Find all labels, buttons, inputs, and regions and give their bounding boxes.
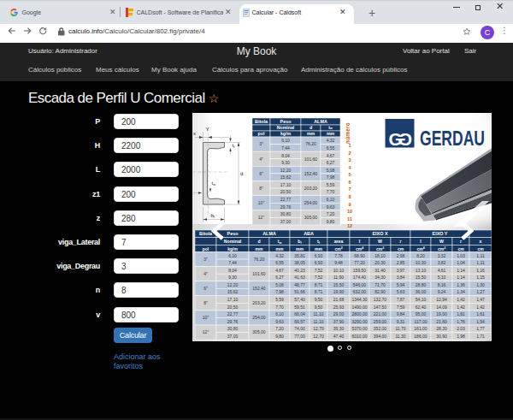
svg-text:147,50: 147,50 (374, 305, 387, 310)
svg-text:352,00: 352,00 (374, 326, 387, 331)
svg-text:57,40: 57,40 (294, 297, 305, 302)
svg-text:mm: mm (315, 246, 322, 251)
svg-text:54,10: 54,10 (416, 297, 427, 302)
svg-text:10,10: 10,10 (333, 268, 345, 273)
svg-text:5,63: 5,63 (397, 289, 405, 294)
svg-text:8,71: 8,71 (315, 289, 323, 294)
svg-text:15,62: 15,62 (227, 289, 239, 294)
svg-text:37,90: 37,90 (333, 319, 345, 324)
svg-text:1,54: 1,54 (476, 319, 485, 324)
svg-text:9,63: 9,63 (327, 204, 335, 210)
svg-text:10: 10 (347, 209, 352, 214)
svg-text:254,00: 254,00 (252, 315, 266, 320)
svg-text:174,40: 174,40 (353, 275, 367, 280)
svg-text:1,11: 1,11 (476, 260, 485, 265)
svg-text:11,90: 11,90 (333, 275, 344, 280)
svg-text:5,08: 5,08 (275, 282, 284, 287)
svg-text:9: 9 (348, 202, 351, 207)
svg-text:8: 8 (348, 194, 351, 199)
svg-text:cm: cm (457, 246, 464, 251)
svg-text:36,00: 36,00 (416, 289, 427, 294)
svg-text:9,80: 9,80 (275, 334, 284, 339)
svg-text:19,90: 19,90 (333, 289, 345, 294)
svg-text:Bitola: Bitola (199, 231, 213, 236)
svg-text:1,16: 1,16 (476, 268, 485, 273)
svg-text:3,84: 3,84 (397, 275, 405, 280)
svg-text:6,93: 6,93 (315, 260, 323, 265)
svg-text:9,80: 9,80 (327, 219, 335, 224)
svg-text:8,04: 8,04 (281, 153, 290, 158)
svg-text:6,55: 6,55 (327, 145, 335, 151)
svg-text:1490,00: 1490,00 (351, 305, 367, 310)
svg-text:1,42: 1,42 (457, 297, 465, 302)
svg-text:1,30: 1,30 (476, 282, 485, 287)
svg-text:11,10: 11,10 (313, 311, 323, 316)
svg-text:77,00: 77,00 (294, 334, 305, 339)
svg-text:1,11: 1,11 (476, 253, 485, 258)
svg-text:69,57: 69,57 (294, 319, 305, 324)
svg-text:37,00: 37,00 (227, 334, 239, 339)
svg-text:31,40: 31,40 (374, 268, 386, 273)
svg-text:9,84: 9,84 (397, 311, 405, 316)
svg-text:5370,00: 5370,00 (351, 326, 367, 331)
svg-text:17,10: 17,10 (227, 297, 239, 302)
svg-text:2,85: 2,85 (397, 260, 405, 265)
svg-text:95,00: 95,00 (416, 311, 427, 316)
svg-text:7,52: 7,52 (315, 275, 323, 280)
svg-text:número: número (345, 122, 351, 144)
svg-text:47,40: 47,40 (333, 334, 345, 339)
svg-text:cm: cm (398, 246, 404, 251)
svg-text:6,55: 6,55 (275, 260, 284, 265)
svg-text:22,77: 22,77 (227, 311, 239, 316)
svg-text:9,63: 9,63 (275, 319, 284, 324)
svg-text:9,30: 9,30 (228, 275, 237, 280)
svg-text:28,30: 28,30 (436, 326, 447, 331)
svg-text:28,80: 28,80 (416, 282, 427, 287)
svg-text:7,70: 7,70 (275, 305, 284, 310)
svg-text:19,00: 19,00 (436, 311, 447, 316)
svg-text:59,51: 59,51 (294, 305, 305, 310)
svg-text:29,76: 29,76 (227, 319, 239, 324)
svg-text:4,67: 4,67 (275, 268, 284, 273)
svg-text:1,34: 1,34 (457, 289, 465, 294)
svg-text:tw: tw (212, 180, 216, 186)
svg-text:5,94: 5,94 (397, 282, 405, 287)
svg-text:117,00: 117,00 (415, 319, 428, 324)
svg-text:r: r (399, 239, 401, 244)
svg-text:68,90: 68,90 (354, 253, 365, 258)
svg-text:221,00: 221,00 (374, 311, 387, 316)
svg-text:d: d (240, 171, 243, 176)
svg-text:546,00: 546,00 (353, 282, 367, 287)
svg-text:G: G (398, 129, 412, 149)
svg-text:r: r (460, 239, 462, 244)
svg-text:15,50: 15,50 (416, 275, 427, 280)
svg-text:11,10: 11,10 (313, 319, 323, 324)
svg-text:5,59: 5,59 (327, 182, 335, 187)
svg-text:ALMA: ALMA (262, 231, 276, 236)
svg-text:3: 3 (348, 157, 351, 163)
svg-text:12,94: 12,94 (436, 297, 447, 302)
svg-text:5,59: 5,59 (275, 297, 284, 302)
svg-text:1,77: 1,77 (476, 326, 485, 331)
svg-text:1,27: 1,27 (476, 289, 485, 294)
svg-text:20,30: 20,30 (374, 260, 386, 265)
svg-text:7,59: 7,59 (397, 305, 405, 310)
svg-text:1,42: 1,42 (457, 305, 465, 310)
svg-text:Peso: Peso (280, 119, 292, 124)
svg-text:d: d (310, 125, 312, 130)
svg-text:1,36: 1,36 (457, 282, 465, 287)
svg-text:11,70: 11,70 (395, 326, 405, 331)
svg-text:1: 1 (348, 143, 351, 148)
svg-text:EIXO X: EIXO X (373, 231, 388, 236)
svg-text:1,47: 1,47 (476, 297, 485, 302)
svg-text:4,61: 4,61 (438, 268, 446, 273)
svg-text:Nominal: Nominal (277, 125, 295, 130)
svg-text:Nominal: Nominal (224, 239, 242, 244)
svg-text:76,20: 76,20 (305, 141, 316, 146)
svg-text:5,10: 5,10 (438, 275, 446, 280)
svg-text:8″: 8″ (203, 300, 208, 305)
svg-text:EIXO Y: EIXO Y (433, 231, 448, 236)
svg-text:x: x (480, 239, 482, 244)
svg-text:4,67: 4,67 (327, 153, 335, 158)
svg-text:4,32: 4,32 (327, 138, 335, 143)
